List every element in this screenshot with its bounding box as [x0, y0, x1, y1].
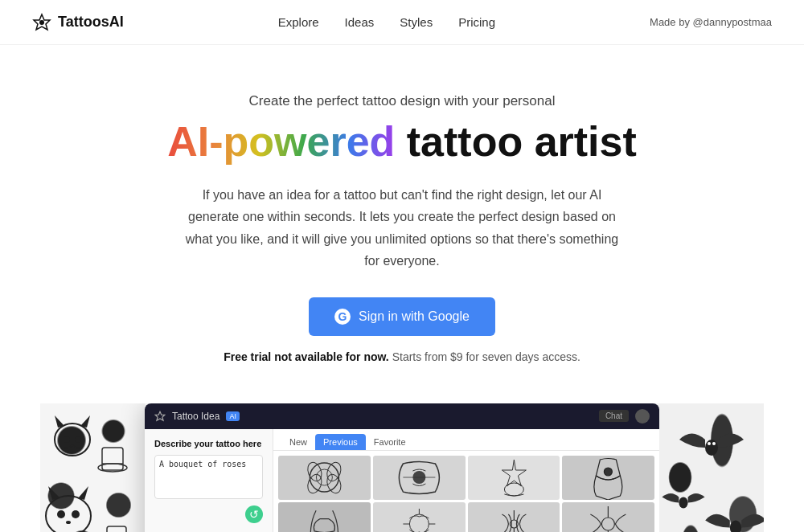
titlebar-right: Chat	[599, 409, 650, 424]
hero-description: If you have an idea for a tattoo but can…	[177, 184, 627, 272]
generate-button[interactable]: ↺	[245, 505, 263, 523]
hero-section: Create the perfect tattoo design with yo…	[0, 45, 804, 387]
google-signin-label: Sign in with Google	[359, 309, 470, 324]
tab-favorite[interactable]: Favorite	[366, 434, 414, 450]
tattoo-cell-5[interactable]: Download sheet Favorite	[278, 502, 371, 532]
ai-badge: AI	[226, 411, 240, 421]
logo-icon	[32, 13, 51, 32]
svg-point-21	[310, 463, 338, 492]
svg-point-15	[66, 521, 71, 524]
app-preview: Tattoo Idea AI Chat Describe your tattoo…	[40, 403, 764, 532]
svg-marker-12	[78, 486, 88, 500]
nav-links: Explore Ideas Styles Pricing	[278, 15, 495, 29]
svg-point-22	[316, 469, 332, 485]
nav-ideas[interactable]: Ideas	[345, 15, 375, 29]
deco-left	[40, 403, 145, 532]
svg-point-13	[57, 510, 65, 518]
tattoo-cell-2[interactable]	[373, 456, 466, 500]
hero-title-normal: tattoo artist	[395, 118, 636, 165]
svg-rect-8	[102, 448, 123, 470]
app-titlebar: Tattoo Idea AI Chat	[145, 403, 659, 429]
titlebar-left: Tattoo Idea AI	[154, 411, 240, 422]
hero-title-gradient: AI-powered	[167, 118, 395, 165]
trial-bold: Free trial not available for now.	[224, 350, 389, 363]
nav-pricing[interactable]: Pricing	[458, 15, 495, 29]
tab-previous[interactable]: Previous	[315, 434, 366, 450]
google-signin-button[interactable]: G Sign in with Google	[309, 297, 495, 336]
hero-title: AI-powered tattoo artist	[16, 119, 788, 165]
tattoo-description-input[interactable]: A bouquet of roses	[154, 455, 263, 499]
avatar-button[interactable]	[635, 409, 650, 424]
tab-new[interactable]: New	[281, 434, 315, 450]
svg-point-39	[602, 518, 615, 530]
tattoo-cell-8[interactable]	[562, 502, 654, 532]
deco-right-svg	[659, 403, 764, 532]
logo[interactable]: TattoosAI	[32, 13, 124, 32]
svg-point-45	[679, 497, 687, 508]
svg-point-42	[705, 440, 718, 456]
tattoo-cell-6[interactable]	[373, 502, 466, 532]
trial-note: Free trial not available for now. Starts…	[16, 350, 788, 363]
svg-point-5	[64, 436, 70, 443]
svg-marker-4	[80, 415, 90, 428]
svg-rect-17	[107, 526, 126, 532]
app-logo-icon	[154, 411, 166, 422]
svg-point-14	[72, 510, 80, 518]
chat-button[interactable]: Chat	[599, 410, 629, 422]
svg-point-1	[39, 20, 44, 25]
svg-point-29	[504, 483, 523, 496]
app-title: Tattoo Idea	[172, 411, 219, 422]
navbar: TattoosAI Explore Ideas Styles Pricing M…	[0, 0, 804, 45]
svg-point-2	[55, 424, 90, 456]
nav-styles[interactable]: Styles	[400, 15, 433, 29]
trial-rest: Starts from $9 for seven days access.	[389, 350, 580, 363]
tattoo-grid: Download sheet Favorite	[273, 451, 659, 532]
svg-marker-20	[155, 411, 165, 420]
svg-point-6	[75, 436, 81, 443]
hero-subtitle: Create the perfect tattoo design with yo…	[16, 93, 788, 109]
svg-point-10	[46, 496, 91, 532]
tattoo-cell-1[interactable]	[278, 456, 371, 500]
svg-point-44	[712, 442, 716, 445]
app-main: New Previous Favorite	[273, 429, 659, 532]
svg-marker-3	[55, 415, 64, 428]
tattoo-cell-3[interactable]	[468, 456, 560, 500]
nav-credit: Made by @dannypostmaa	[650, 16, 772, 28]
sidebar-title: Describe your tattoo here	[154, 439, 263, 448]
logo-text: TattoosAI	[58, 14, 124, 31]
app-sidebar: Describe your tattoo here A bouquet of r…	[145, 429, 273, 532]
app-window: Tattoo Idea AI Chat Describe your tattoo…	[145, 403, 659, 532]
google-icon: G	[334, 309, 351, 325]
app-body: Describe your tattoo here A bouquet of r…	[145, 429, 659, 532]
deco-right	[659, 403, 764, 532]
tattoo-cell-7[interactable]	[468, 502, 560, 532]
app-tabs: New Previous Favorite	[273, 429, 659, 451]
svg-point-30	[605, 468, 613, 476]
tattoo-cell-4[interactable]	[562, 456, 654, 500]
svg-point-43	[708, 442, 711, 445]
deco-left-svg	[40, 403, 145, 532]
svg-marker-11	[48, 486, 60, 500]
nav-explore[interactable]: Explore	[278, 15, 319, 29]
svg-point-46	[730, 520, 741, 532]
